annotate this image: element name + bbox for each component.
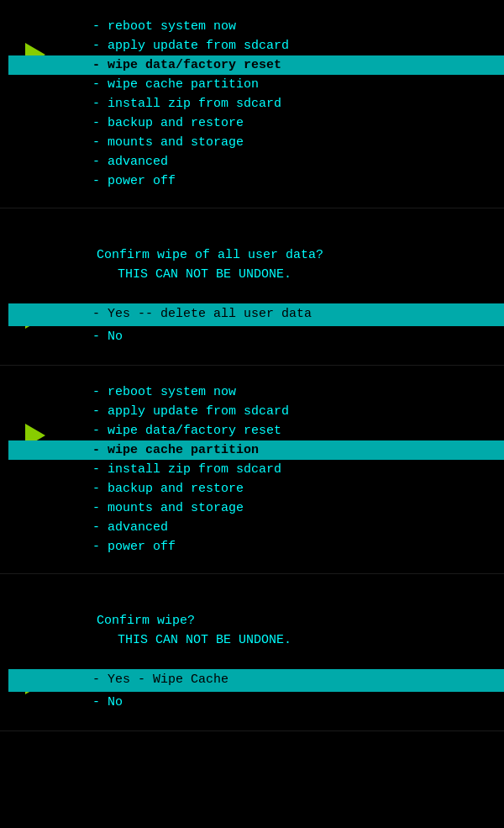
confirm-area-1: Confirm wipe of all user data? THIS CAN … xyxy=(0,225,504,297)
confirm-question-1: Confirm wipe of all user data? THIS CAN … xyxy=(97,246,504,284)
menu-item-2-8[interactable]: - advanced xyxy=(8,518,504,537)
confirm-question-text-1: Confirm wipe of all user data? xyxy=(97,248,323,262)
menu-item-label-1-4: - wipe cache partition xyxy=(92,76,259,93)
menu-item-1-2[interactable]: - apply update from sdcard xyxy=(8,36,504,55)
confirm-section-2: Confirm wipe? THIS CAN NOT BE UNDONE. - … xyxy=(0,574,504,731)
menu-item-label-1-8: - advanced xyxy=(92,153,168,171)
menu-item-label-2-2: - apply update from sdcard xyxy=(92,403,289,420)
confirm-item-label-2-1: - Yes - Wipe Cache xyxy=(92,671,228,690)
menu-item-label-1-7: - mounts and storage xyxy=(92,134,244,151)
menu-item-2-4[interactable]: - wipe cache partition xyxy=(8,440,504,460)
menu-item-1-6[interactable]: - backup and restore xyxy=(8,113,504,133)
confirm-item-label-2-2: - No xyxy=(92,694,123,713)
confirm-question-2: Confirm wipe? THIS CAN NOT BE UNDONE. xyxy=(97,612,504,650)
menu-item-2-9[interactable]: - power off xyxy=(8,537,504,556)
menu-item-label-1-1: - reboot system now xyxy=(92,18,236,35)
menu-item-1-8[interactable]: - advanced xyxy=(8,152,504,171)
menu-item-label-1-5: - install zip from sdcard xyxy=(92,95,281,113)
menu-item-1-5[interactable]: - install zip from sdcard xyxy=(8,94,504,113)
confirm-item-2-2[interactable]: - No xyxy=(8,692,504,715)
menu-item-label-1-3: - wipe data/factory reset xyxy=(92,56,281,74)
menu-item-label-2-4: - wipe cache partition xyxy=(92,441,259,459)
menu-item-1-1[interactable]: - reboot system now xyxy=(8,17,504,36)
menu-item-label-2-8: - advanced xyxy=(92,519,168,536)
confirm-item-1-2[interactable]: - No xyxy=(8,326,504,349)
menu-item-2-5[interactable]: - install zip from sdcard xyxy=(8,460,504,479)
confirm-item-1-1[interactable]: - Yes -- delete all user data xyxy=(8,303,504,326)
menu-item-label-2-3: - wipe data/factory reset xyxy=(92,422,281,440)
menu-item-2-7[interactable]: - mounts and storage xyxy=(8,498,504,518)
menu-item-2-2[interactable]: - apply update from sdcard xyxy=(8,402,504,421)
confirm-menu-1: - Yes -- delete all user data - No xyxy=(0,303,504,348)
menu-item-2-6[interactable]: - backup and restore xyxy=(8,479,504,498)
confirm-item-label-1-1: - Yes -- delete all user data xyxy=(92,305,312,324)
menu-item-1-3[interactable]: - wipe data/factory reset xyxy=(8,55,504,75)
confirm-area-2: Confirm wipe? THIS CAN NOT BE UNDONE. xyxy=(0,591,504,662)
menu-item-label-2-6: - backup and restore xyxy=(92,480,244,498)
menu-item-label-2-9: - power off xyxy=(92,538,176,556)
menu-item-1-4[interactable]: - wipe cache partition xyxy=(8,75,504,94)
menu-item-label-1-2: - apply update from sdcard xyxy=(92,37,289,55)
confirm-warning-1: THIS CAN NOT BE UNDONE. xyxy=(97,266,504,285)
confirm-menu-2: - Yes - Wipe Cache - No xyxy=(0,669,504,714)
menu-item-1-9[interactable]: - power off xyxy=(8,171,504,191)
menu-1: - reboot system now - apply update from … xyxy=(0,17,504,191)
confirm-warning-2: THIS CAN NOT BE UNDONE. xyxy=(97,631,504,651)
menu-item-label-1-9: - power off xyxy=(92,172,176,190)
confirm-item-2-1[interactable]: - Yes - Wipe Cache xyxy=(8,669,504,692)
menu-item-label-2-1: - reboot system now xyxy=(92,383,236,401)
confirm-item-label-1-2: - No xyxy=(92,328,123,347)
menu-item-label-2-7: - mounts and storage xyxy=(92,499,244,517)
confirm-question-text-2: Confirm wipe? xyxy=(97,614,195,628)
section-2: - reboot system now - apply update from … xyxy=(0,366,504,574)
menu-item-label-1-6: - backup and restore xyxy=(92,114,244,132)
section-1: - reboot system now - apply update from … xyxy=(0,0,504,208)
menu-item-1-7[interactable]: - mounts and storage xyxy=(8,133,504,152)
menu-2: - reboot system now - apply update from … xyxy=(0,382,504,556)
menu-item-2-1[interactable]: - reboot system now xyxy=(8,382,504,402)
confirm-section-1: Confirm wipe of all user data? THIS CAN … xyxy=(0,208,504,366)
menu-item-2-3[interactable]: - wipe data/factory reset xyxy=(8,421,504,440)
menu-item-label-2-5: - install zip from sdcard xyxy=(92,461,281,478)
